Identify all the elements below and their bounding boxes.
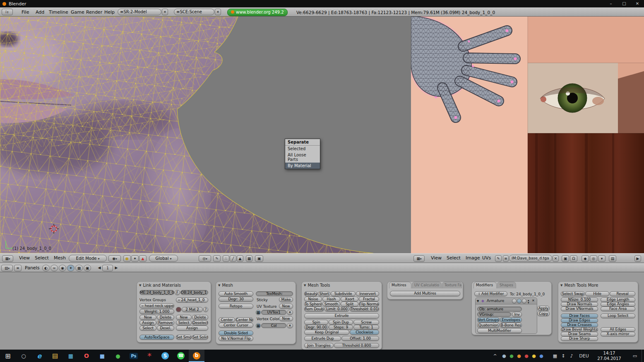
panels-menu[interactable]: Panels <box>25 264 39 272</box>
page-next-icon[interactable]: ▶ <box>114 265 119 271</box>
menu-collapse-icon[interactable]: ≡ <box>14 265 22 271</box>
uv-layer-icon[interactable]: ▦ <box>256 310 261 315</box>
set-smooth-button[interactable]: Set Smooth <box>176 335 192 340</box>
manipulator-scale-icon[interactable]: ▲ <box>139 255 147 262</box>
taskbar-clock[interactable]: 14:17 27.04.2017 <box>593 350 626 361</box>
subdivide-button[interactable]: Subdivide <box>331 291 356 296</box>
double-sided-toggle[interactable]: Double Sided <box>219 331 253 336</box>
vert-groups-toggle[interactable]: Vert.Groups <box>477 317 500 322</box>
mesh-datablock-field[interactable]: ME:24_body_1_0_0 <box>139 290 174 295</box>
spin-degrees-field[interactable]: Degr: 90.00 <box>304 325 328 330</box>
edge-icon[interactable]: e <box>31 350 47 362</box>
auto-smooth-toggle[interactable]: Auto Smooth <box>219 291 253 296</box>
network-icon[interactable]: ↕ <box>560 350 567 362</box>
modifier-editmode-toggle[interactable] <box>522 299 526 303</box>
tray-icon[interactable]: ● <box>508 350 515 362</box>
split-button[interactable]: Split <box>341 302 358 307</box>
draw-normals-toggle[interactable]: Draw Normals <box>561 302 598 307</box>
menu-help[interactable]: Help <box>104 8 115 17</box>
menu-render[interactable]: Render <box>86 8 102 17</box>
editor-type-dropdown[interactable]: ▤▾ <box>1 265 13 271</box>
edge-angles-toggle[interactable]: Edge Angles <box>601 302 635 307</box>
material-color-swatch[interactable] <box>176 307 181 312</box>
xaxis-mirror-toggle[interactable]: X-axis mirror <box>601 332 635 336</box>
object-name-field[interactable]: OB:24_body_1_0_0 <box>180 290 208 295</box>
popup-item-by-material[interactable]: By Material <box>285 163 320 169</box>
material-deselect-button[interactable]: Deselect <box>192 320 208 325</box>
popup-item-selected[interactable]: Selected <box>285 146 320 152</box>
vertex-color-new-button[interactable]: New <box>279 316 293 321</box>
smooth-button[interactable]: Smooth <box>322 302 340 307</box>
material-assign-button[interactable]: Assign <box>176 326 208 331</box>
material-delete-button[interactable]: Delete <box>192 315 208 320</box>
menu-game[interactable]: Game <box>71 8 84 17</box>
extrude-dup-button[interactable]: Extrude Dup <box>304 336 341 341</box>
store-icon[interactable]: ▦ <box>63 350 79 362</box>
vertex-group-selector[interactable]: ≡head neck upper <box>139 303 174 308</box>
menu-view[interactable]: View <box>431 254 442 263</box>
save-app-icon[interactable]: ■ <box>94 350 110 362</box>
move-down-icon[interactable]: ▾ <box>528 300 529 305</box>
vgroup-new-button[interactable]: New <box>139 315 156 320</box>
center-button[interactable]: Center <box>219 317 235 322</box>
screw-button[interactable]: Screw <box>353 320 379 325</box>
lock-icon[interactable]: ▤ <box>609 255 616 262</box>
image-name-field[interactable]: IM:Dave_base_d.tga <box>509 255 552 262</box>
invert-vgroup-toggle[interactable]: Inv <box>512 312 522 317</box>
opera-icon[interactable]: O <box>79 350 94 362</box>
nsize-field[interactable]: NSize: 0.100 <box>561 297 598 302</box>
blender-version-badge[interactable]: www.blender.org 249.2 <box>227 9 288 16</box>
page-prev-icon[interactable]: ◀ <box>97 265 102 271</box>
shading-dropdown[interactable]: ◉▾ <box>108 255 121 262</box>
set-solid-button[interactable]: Set Solid <box>192 335 208 340</box>
green-app-icon[interactable]: ● <box>110 350 126 362</box>
snap-dropdown[interactable]: ◎▾ <box>199 255 211 262</box>
logic-buttons-icon[interactable]: ◐ <box>42 265 50 271</box>
edge-select-mode-icon[interactable]: ╱ <box>230 255 236 262</box>
vgroup-remove-button[interactable]: Remove <box>157 320 174 325</box>
join-triangles-button[interactable]: Join Triangles <box>304 343 334 348</box>
retopo-toggle[interactable]: Retopo <box>219 304 253 309</box>
short-toggle[interactable]: Short <box>318 291 330 296</box>
menu-select[interactable]: Select <box>447 254 461 263</box>
weight-field[interactable]: Weight: 1.000 <box>139 309 174 314</box>
tab-uv-calculation[interactable]: UV Calculatio <box>412 282 442 288</box>
reveal-button[interactable]: Reveal <box>610 291 635 296</box>
innervert-button[interactable]: Innervert <box>356 291 379 296</box>
limit-field[interactable]: Limit: 0.000 <box>324 307 349 312</box>
tray-icon[interactable]: ● <box>501 350 507 362</box>
beauty-toggle[interactable]: Beauty <box>304 291 317 296</box>
extrude-dup-offset-field[interactable]: Offset: 1.00 <box>341 336 379 341</box>
material-count-field[interactable]: 2 Mat 2 <box>182 307 203 312</box>
face-select-mode-icon[interactable]: ▲ <box>237 255 243 262</box>
menu-mesh[interactable]: Mesh <box>54 254 66 263</box>
fractal-button[interactable]: Fractal <box>359 297 379 302</box>
draw-seams-toggle[interactable]: Draw Seams <box>561 332 598 336</box>
red-app-icon[interactable]: * <box>142 350 157 362</box>
vgroup-field[interactable]: VGroup: <box>477 312 511 317</box>
spin-steps-field[interactable]: Steps: 9 <box>329 325 353 330</box>
image-close-button[interactable]: ✕ <box>553 255 559 262</box>
orientation-dropdown[interactable]: Global▾ <box>149 255 178 262</box>
autotexspace-toggle[interactable]: AutoTexSpace <box>139 335 174 340</box>
delete-modifier-icon[interactable]: ✕ <box>532 298 535 303</box>
flip-normals-button[interactable]: Flip Normals <box>359 302 379 307</box>
quaternion-toggle[interactable]: Quaternion <box>477 323 500 328</box>
tray-icon[interactable]: ● <box>523 350 530 362</box>
editor-type-dropdown[interactable]: ▦▾ <box>413 255 425 262</box>
auto-smooth-degrees-field[interactable]: Degr: 30 <box>219 297 253 302</box>
occlude-geometry-icon[interactable]: ▦ <box>246 255 252 262</box>
multimodifier-toggle[interactable]: MultiModifier <box>477 328 522 333</box>
viewport-3d[interactable]: Separate Selected All Loose Parts By Mat… <box>0 17 411 253</box>
tab-multires[interactable]: Multires <box>389 282 411 288</box>
menu-add[interactable]: Add <box>36 8 44 17</box>
pivot-dropdown[interactable]: ● <box>123 255 131 262</box>
center-cursor-button[interactable]: Center Cursor <box>219 323 253 328</box>
minimize-button[interactable]: – <box>604 0 618 7</box>
xsort-button[interactable]: Xsort <box>341 297 358 302</box>
keep-original-toggle[interactable]: Keep Original <box>304 330 349 335</box>
script-buttons-icon[interactable]: ≈ <box>50 265 58 271</box>
tray-icon[interactable]: ● <box>538 350 545 362</box>
spin-dup-button[interactable]: Spin Dup <box>329 320 353 325</box>
loop-select-toggle[interactable]: Loop Select <box>601 314 635 318</box>
